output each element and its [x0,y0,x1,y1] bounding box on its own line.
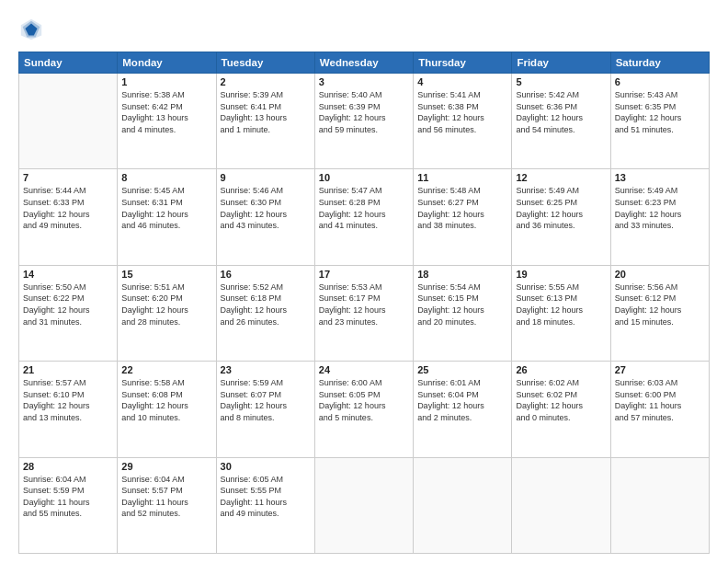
day-number: 30 [221,461,311,472]
cell-content: 19Sunrise: 5:55 AM Sunset: 6:13 PM Dayli… [516,269,606,327]
day-number: 18 [417,269,507,280]
day-number: 11 [417,172,507,183]
calendar-cell: 18Sunrise: 5:54 AM Sunset: 6:15 PM Dayli… [414,265,512,361]
cell-content: 3Sunrise: 5:40 AM Sunset: 6:39 PM Daylig… [319,76,409,135]
day-number: 16 [221,269,311,280]
cell-content: 30Sunrise: 6:05 AM Sunset: 5:55 PM Dayli… [221,461,311,520]
cell-content: 7Sunrise: 5:44 AM Sunset: 6:33 PM Daylig… [23,172,113,231]
weekday-header-monday: Monday [118,52,216,74]
logo [18,17,48,42]
day-number: 26 [516,364,606,375]
calendar-cell: 10Sunrise: 5:47 AM Sunset: 6:28 PM Dayli… [314,169,413,265]
day-number: 7 [23,172,113,183]
calendar-cell: 30Sunrise: 6:05 AM Sunset: 5:55 PM Dayli… [216,457,314,553]
cell-info: Sunrise: 5:58 AM Sunset: 6:08 PM Dayligh… [121,377,211,423]
cell-content: 16Sunrise: 5:52 AM Sunset: 6:18 PM Dayli… [221,269,311,327]
calendar-cell: 22Sunrise: 5:58 AM Sunset: 6:08 PM Dayli… [118,362,216,457]
day-number: 24 [319,364,409,375]
cell-content: 14Sunrise: 5:50 AM Sunset: 6:22 PM Dayli… [23,269,113,327]
day-number: 22 [121,364,211,375]
cell-info: Sunrise: 5:54 AM Sunset: 6:15 PM Dayligh… [417,282,507,327]
weekday-header-friday: Friday [512,52,610,74]
calendar-cell: 2Sunrise: 5:39 AM Sunset: 6:41 PM Daylig… [216,74,314,169]
cell-content: 18Sunrise: 5:54 AM Sunset: 6:15 PM Dayli… [417,269,507,327]
calendar-cell: 14Sunrise: 5:50 AM Sunset: 6:22 PM Dayli… [19,265,118,361]
day-number: 21 [23,364,113,375]
weekday-header-wednesday: Wednesday [314,52,413,74]
weekday-header-sunday: Sunday [19,52,118,74]
cell-info: Sunrise: 5:49 AM Sunset: 6:25 PM Dayligh… [516,185,606,231]
calendar-cell: 13Sunrise: 5:49 AM Sunset: 6:23 PM Dayli… [610,169,709,265]
cell-content: 21Sunrise: 5:57 AM Sunset: 6:10 PM Dayli… [23,364,113,423]
cell-content: 17Sunrise: 5:53 AM Sunset: 6:17 PM Dayli… [319,269,409,327]
calendar-cell [414,457,512,553]
cell-info: Sunrise: 5:42 AM Sunset: 6:36 PM Dayligh… [516,89,606,135]
cell-content: 27Sunrise: 6:03 AM Sunset: 6:00 PM Dayli… [615,364,705,423]
logo-icon [18,17,44,42]
calendar-cell: 1Sunrise: 5:38 AM Sunset: 6:42 PM Daylig… [118,74,216,169]
calendar-cell: 4Sunrise: 5:41 AM Sunset: 6:38 PM Daylig… [414,74,512,169]
calendar-cell: 15Sunrise: 5:51 AM Sunset: 6:20 PM Dayli… [118,265,216,361]
calendar-cell [19,74,118,169]
day-number: 14 [23,269,113,280]
calendar-week-row: 1Sunrise: 5:38 AM Sunset: 6:42 PM Daylig… [19,74,710,169]
calendar-cell [610,457,709,553]
cell-info: Sunrise: 5:53 AM Sunset: 6:17 PM Dayligh… [319,282,409,327]
calendar-week-row: 14Sunrise: 5:50 AM Sunset: 6:22 PM Dayli… [19,265,710,361]
calendar-cell: 7Sunrise: 5:44 AM Sunset: 6:33 PM Daylig… [19,169,118,265]
calendar-cell: 25Sunrise: 6:01 AM Sunset: 6:04 PM Dayli… [414,362,512,457]
cell-info: Sunrise: 6:04 AM Sunset: 5:57 PM Dayligh… [121,474,211,520]
calendar-table: SundayMondayTuesdayWednesdayThursdayFrid… [18,52,710,554]
cell-info: Sunrise: 6:05 AM Sunset: 5:55 PM Dayligh… [221,474,311,520]
weekday-header-saturday: Saturday [610,52,709,74]
calendar-cell: 21Sunrise: 5:57 AM Sunset: 6:10 PM Dayli… [19,362,118,457]
cell-info: Sunrise: 5:38 AM Sunset: 6:42 PM Dayligh… [121,89,211,135]
cell-info: Sunrise: 5:50 AM Sunset: 6:22 PM Dayligh… [23,282,113,327]
calendar-cell: 8Sunrise: 5:45 AM Sunset: 6:31 PM Daylig… [118,169,216,265]
day-number: 5 [516,76,606,87]
day-number: 10 [319,172,409,183]
cell-content: 25Sunrise: 6:01 AM Sunset: 6:04 PM Dayli… [417,364,507,423]
calendar-cell: 12Sunrise: 5:49 AM Sunset: 6:25 PM Dayli… [512,169,610,265]
cell-content: 6Sunrise: 5:43 AM Sunset: 6:35 PM Daylig… [615,76,705,135]
weekday-header-row: SundayMondayTuesdayWednesdayThursdayFrid… [19,52,710,74]
cell-info: Sunrise: 5:56 AM Sunset: 6:12 PM Dayligh… [615,282,705,327]
day-number: 9 [221,172,311,183]
cell-info: Sunrise: 5:46 AM Sunset: 6:30 PM Dayligh… [221,185,311,231]
day-number: 28 [23,461,113,472]
weekday-header-tuesday: Tuesday [216,52,314,74]
day-number: 12 [516,172,606,183]
cell-info: Sunrise: 5:52 AM Sunset: 6:18 PM Dayligh… [221,282,311,327]
cell-content: 2Sunrise: 5:39 AM Sunset: 6:41 PM Daylig… [221,76,311,135]
calendar-cell: 5Sunrise: 5:42 AM Sunset: 6:36 PM Daylig… [512,74,610,169]
cell-content: 9Sunrise: 5:46 AM Sunset: 6:30 PM Daylig… [221,172,311,231]
cell-content: 11Sunrise: 5:48 AM Sunset: 6:27 PM Dayli… [417,172,507,231]
calendar-cell [314,457,413,553]
day-number: 23 [221,364,311,375]
cell-info: Sunrise: 5:45 AM Sunset: 6:31 PM Dayligh… [121,185,211,231]
cell-content: 28Sunrise: 6:04 AM Sunset: 5:59 PM Dayli… [23,461,113,520]
calendar-cell: 24Sunrise: 6:00 AM Sunset: 6:05 PM Dayli… [314,362,413,457]
day-number: 15 [121,269,211,280]
calendar-cell: 9Sunrise: 5:46 AM Sunset: 6:30 PM Daylig… [216,169,314,265]
cell-content: 5Sunrise: 5:42 AM Sunset: 6:36 PM Daylig… [516,76,606,135]
calendar-cell: 6Sunrise: 5:43 AM Sunset: 6:35 PM Daylig… [610,74,709,169]
calendar-week-row: 28Sunrise: 6:04 AM Sunset: 5:59 PM Dayli… [19,457,710,553]
day-number: 13 [615,172,705,183]
calendar-cell: 20Sunrise: 5:56 AM Sunset: 6:12 PM Dayli… [610,265,709,361]
cell-info: Sunrise: 6:02 AM Sunset: 6:02 PM Dayligh… [516,377,606,423]
calendar-cell: 29Sunrise: 6:04 AM Sunset: 5:57 PM Dayli… [118,457,216,553]
calendar-cell: 26Sunrise: 6:02 AM Sunset: 6:02 PM Dayli… [512,362,610,457]
weekday-header-thursday: Thursday [414,52,512,74]
calendar-week-row: 21Sunrise: 5:57 AM Sunset: 6:10 PM Dayli… [19,362,710,457]
cell-content: 22Sunrise: 5:58 AM Sunset: 6:08 PM Dayli… [121,364,211,423]
day-number: 8 [121,172,211,183]
calendar-cell: 3Sunrise: 5:40 AM Sunset: 6:39 PM Daylig… [314,74,413,169]
cell-info: Sunrise: 6:03 AM Sunset: 6:00 PM Dayligh… [615,377,705,423]
cell-info: Sunrise: 5:59 AM Sunset: 6:07 PM Dayligh… [221,377,311,423]
cell-content: 23Sunrise: 5:59 AM Sunset: 6:07 PM Dayli… [221,364,311,423]
calendar-cell: 27Sunrise: 6:03 AM Sunset: 6:00 PM Dayli… [610,362,709,457]
cell-info: Sunrise: 5:47 AM Sunset: 6:28 PM Dayligh… [319,185,409,231]
day-number: 6 [615,76,705,87]
cell-content: 13Sunrise: 5:49 AM Sunset: 6:23 PM Dayli… [615,172,705,231]
